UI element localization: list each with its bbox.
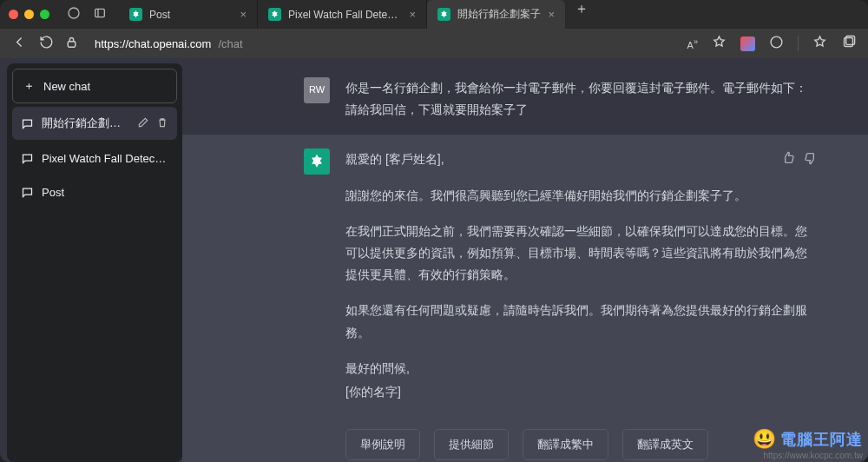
thumbs-up-icon[interactable] (781, 150, 795, 172)
minimize-window-button[interactable] (24, 10, 34, 19)
url-path: /chat (218, 37, 242, 50)
close-tab-icon[interactable]: × (240, 8, 247, 21)
openai-favicon-icon (129, 8, 142, 21)
sidebar-item-label: 開始行銷企劃案子 (42, 116, 129, 131)
message-assistant: 親愛的 [客戶姓名], 謝謝您的來信。我們很高興聽到您已經準備好開始我們的行銷企… (182, 135, 868, 462)
suggestion-button[interactable]: 翻譯成英文 (622, 429, 708, 460)
browser-tab[interactable]: Post × (119, 0, 258, 29)
app-frame: ＋ New chat 開始行銷企劃案子 Pixel Watch Fall Det… (0, 58, 868, 462)
message-user: RW 你是一名行銷企劃，我會給你一封電子郵件，你要回覆這封電子郵件。電子郵件如下… (182, 63, 868, 135)
bookmark-icon[interactable] (712, 35, 727, 53)
favorites-icon[interactable] (812, 35, 827, 53)
back-button[interactable] (12, 35, 27, 53)
new-chat-button[interactable]: ＋ New chat (12, 69, 177, 103)
browser-address-bar: https://chat.openai.com/chat A» (0, 29, 868, 58)
refresh-button[interactable] (39, 35, 54, 53)
browser-tab[interactable]: Pixel Watch Fall Detection. × (258, 0, 427, 29)
svg-rect-3 (68, 41, 76, 46)
sidebar-item-label: Pixel Watch Fall Detection. (42, 152, 168, 165)
edit-icon[interactable] (137, 116, 149, 131)
browser-titlebar: Post × Pixel Watch Fall Detection. × 開始行… (0, 0, 868, 29)
message-text: 你是一名行銷企劃，我會給你一封電子郵件，你要回覆這封電子郵件。電子郵件如下：請給… (345, 77, 816, 121)
chat-main: RW 你是一名行銷企劃，我會給你一封電子郵件，你要回覆這封電子郵件。電子郵件如下… (182, 63, 868, 462)
url-host: https://chat.openai.com (95, 37, 211, 50)
site-lock-icon[interactable] (64, 35, 79, 53)
delete-icon[interactable] (156, 116, 168, 131)
svg-point-0 (69, 8, 79, 18)
profile-icon[interactable] (67, 6, 81, 23)
chat-icon (21, 186, 34, 199)
browser-tab[interactable]: 開始行銷企劃案子 × (427, 0, 566, 29)
close-tab-icon[interactable]: × (409, 8, 416, 21)
more-extension-icon[interactable] (769, 35, 784, 53)
suggestion-row: 舉例說明 提供細節 翻譯成繁中 翻譯成英文 (345, 417, 816, 460)
sidebar-item-conversation[interactable]: Post (12, 177, 177, 208)
suggestion-button[interactable]: 提供細節 (434, 429, 509, 460)
read-aloud-icon[interactable]: A» (687, 37, 698, 50)
sidebar-item-conversation[interactable]: Pixel Watch Fall Detection. (12, 143, 177, 174)
url-field[interactable]: https://chat.openai.com/chat (95, 37, 243, 50)
watermark-mascot-icon: 😃 (753, 428, 777, 451)
new-chat-label: New chat (43, 80, 90, 93)
sidebar: ＋ New chat 開始行銷企劃案子 Pixel Watch Fall Det… (7, 63, 182, 462)
openai-favicon-icon (437, 8, 450, 21)
tab-label: 開始行銷企劃案子 (457, 7, 541, 22)
message-text: 親愛的 [客戶姓名], 謝謝您的來信。我們很高興聽到您已經準備好開始我們的行銷企… (345, 148, 816, 460)
chat-icon (21, 117, 34, 130)
close-window-button[interactable] (9, 10, 18, 19)
thumbs-down-icon[interactable] (804, 150, 818, 172)
tab-label: Pixel Watch Fall Detection. (288, 9, 402, 21)
plus-icon: ＋ (23, 78, 35, 94)
tab-label: Post (149, 9, 233, 21)
chat-icon (21, 152, 34, 165)
feedback-buttons (781, 150, 818, 172)
sidebar-item-conversation[interactable]: 開始行銷企劃案子 (12, 107, 177, 140)
extension-icon[interactable] (740, 36, 755, 51)
svg-rect-1 (95, 9, 105, 16)
toolbar-divider (798, 36, 799, 51)
collections-icon[interactable] (841, 35, 856, 53)
new-tab-button[interactable]: ＋ (566, 0, 597, 29)
browser-tabs: Post × Pixel Watch Fall Detection. × 開始行… (119, 0, 859, 29)
watermark: 😃 電腦王阿達 https://www.kocpc.com.tw (753, 428, 863, 460)
openai-favicon-icon (268, 8, 281, 21)
suggestion-button[interactable]: 翻譯成繁中 (523, 429, 608, 460)
zoom-window-button[interactable] (40, 10, 49, 19)
close-tab-icon[interactable]: × (548, 8, 555, 21)
window-controls (9, 10, 49, 19)
assistant-avatar-icon (304, 148, 330, 175)
sidebar-toggle-icon[interactable] (93, 6, 107, 23)
svg-point-4 (771, 36, 782, 48)
sidebar-item-label: Post (42, 186, 168, 199)
user-avatar: RW (304, 77, 330, 103)
suggestion-button[interactable]: 舉例說明 (345, 429, 420, 460)
